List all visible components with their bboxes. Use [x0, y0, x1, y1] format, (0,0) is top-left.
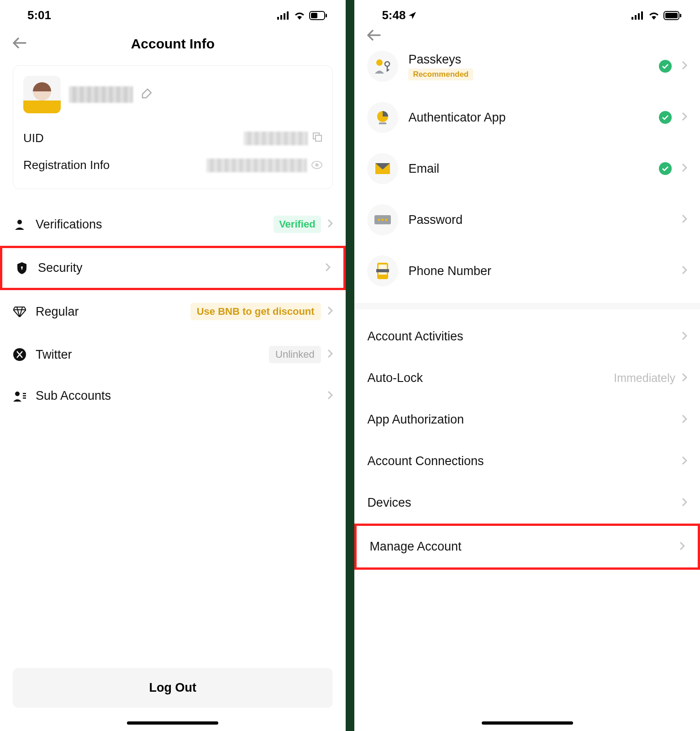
- twitter-item[interactable]: Twitter Unlinked: [0, 333, 346, 376]
- chevron-right-icon: [682, 214, 687, 225]
- svg-rect-24: [680, 14, 681, 17]
- header: [354, 27, 700, 41]
- svg-rect-29: [379, 122, 386, 124]
- status-bar: 5:01: [0, 0, 346, 27]
- bnb-discount-badge: Use BNB to get discount: [190, 303, 321, 320]
- svg-rect-22: [641, 11, 643, 20]
- account-activities-item[interactable]: Account Activities: [354, 316, 700, 357]
- registration-value-redacted: [206, 159, 307, 172]
- header: Account Info: [0, 27, 346, 65]
- account-activities-label: Account Activities: [367, 329, 463, 344]
- sub-accounts-label: Sub Accounts: [36, 389, 318, 403]
- email-icon: [367, 153, 398, 184]
- svg-rect-16: [23, 393, 26, 394]
- app-authorization-label: App Authorization: [367, 413, 464, 427]
- verified-badge: Verified: [274, 216, 321, 233]
- svg-rect-5: [326, 14, 327, 17]
- registration-row: Registration Info: [23, 152, 322, 179]
- avatar[interactable]: [23, 76, 61, 113]
- svg-point-27: [385, 62, 389, 66]
- manage-account-label: Manage Account: [369, 540, 461, 554]
- chevron-right-icon: [682, 112, 687, 123]
- security-item[interactable]: Security: [0, 246, 346, 290]
- check-circle-icon: [659, 162, 672, 175]
- back-arrow-icon[interactable]: [367, 30, 381, 42]
- svg-point-15: [15, 392, 20, 396]
- svg-rect-6: [311, 13, 317, 18]
- authenticator-item[interactable]: Authenticator App: [354, 92, 700, 143]
- svg-rect-13: [21, 268, 22, 270]
- diamond-icon: [13, 306, 26, 317]
- page-title: Account Info: [13, 36, 333, 52]
- svg-rect-18: [23, 397, 26, 399]
- chevron-right-icon: [682, 456, 687, 467]
- status-bar: 5:48: [354, 0, 700, 27]
- copy-icon[interactable]: [312, 131, 322, 145]
- regular-label: Regular: [36, 305, 181, 319]
- svg-point-26: [376, 59, 383, 66]
- svg-rect-20: [635, 15, 637, 20]
- chevron-right-icon: [682, 498, 687, 509]
- logout-button[interactable]: Log Out: [13, 668, 333, 708]
- username-redacted: [69, 86, 133, 103]
- email-label: Email: [408, 162, 649, 176]
- uid-value-redacted: [244, 132, 308, 145]
- security-screen: 5:48 Passkeys Recommended: [354, 0, 700, 731]
- chevron-right-icon: [679, 541, 685, 552]
- passkeys-icon: [367, 51, 398, 82]
- chevron-right-icon: [682, 61, 687, 72]
- chevron-right-icon: [682, 414, 687, 425]
- edit-icon[interactable]: [141, 88, 152, 101]
- svg-rect-3: [287, 11, 289, 20]
- home-indicator[interactable]: [482, 721, 573, 725]
- auto-lock-item[interactable]: Auto-Lock Immediately: [354, 357, 700, 399]
- status-time: 5:48: [382, 8, 405, 22]
- home-indicator[interactable]: [127, 721, 218, 725]
- eye-icon[interactable]: [311, 158, 322, 172]
- chevron-right-icon: [327, 391, 333, 402]
- verifications-item[interactable]: Verifications Verified: [0, 203, 346, 246]
- email-item[interactable]: Email: [354, 143, 700, 194]
- auto-lock-value: Immediately: [614, 371, 675, 385]
- battery-full-icon: [663, 11, 682, 20]
- passkeys-item[interactable]: Passkeys Recommended: [354, 41, 700, 92]
- authenticator-label: Authenticator App: [408, 111, 649, 125]
- devices-label: Devices: [367, 496, 411, 510]
- phone-icon: [367, 255, 398, 286]
- svg-point-34: [385, 219, 388, 221]
- phone-item[interactable]: Phone Number: [354, 245, 700, 297]
- svg-rect-0: [277, 17, 279, 20]
- svg-rect-25: [665, 13, 678, 18]
- chevron-right-icon: [327, 219, 333, 230]
- app-authorization-item[interactable]: App Authorization: [354, 399, 700, 440]
- svg-rect-1: [280, 15, 282, 20]
- authenticator-icon: [367, 102, 398, 133]
- account-connections-item[interactable]: Account Connections: [354, 440, 700, 482]
- svg-rect-8: [316, 135, 321, 141]
- section-separator: [354, 303, 700, 309]
- check-circle-icon: [659, 60, 672, 73]
- verifications-label: Verifications: [36, 217, 264, 232]
- svg-point-10: [315, 164, 318, 167]
- chevron-right-icon: [325, 263, 331, 274]
- chevron-right-icon: [682, 163, 687, 174]
- back-arrow-icon[interactable]: [13, 37, 26, 50]
- uid-row: UID: [23, 125, 322, 152]
- shield-icon: [15, 262, 29, 275]
- password-item[interactable]: Password: [354, 194, 700, 245]
- wifi-icon: [648, 11, 660, 20]
- auto-lock-label: Auto-Lock: [367, 371, 423, 385]
- phone-label: Phone Number: [408, 264, 672, 278]
- security-label: Security: [38, 261, 316, 275]
- chevron-right-icon: [682, 373, 687, 384]
- svg-point-11: [17, 220, 22, 224]
- svg-point-33: [382, 219, 384, 221]
- regular-item[interactable]: Regular Use BNB to get discount: [0, 290, 346, 333]
- sub-accounts-item[interactable]: Sub Accounts: [0, 376, 346, 416]
- svg-rect-19: [632, 17, 633, 20]
- devices-item[interactable]: Devices: [354, 482, 700, 524]
- password-icon: [367, 204, 398, 235]
- manage-account-item[interactable]: Manage Account: [354, 524, 700, 570]
- svg-rect-2: [284, 13, 285, 20]
- profile-card: UID Registration Info: [13, 65, 333, 189]
